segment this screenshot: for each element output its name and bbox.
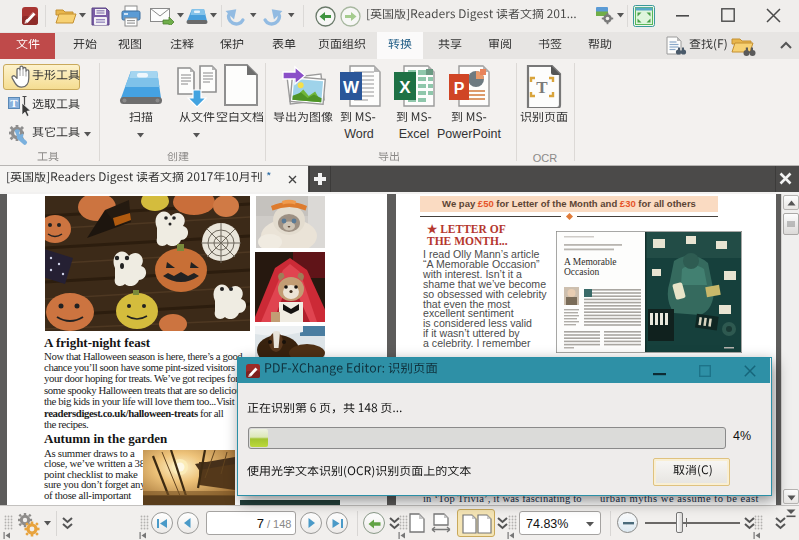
svg-text:Occasion: Occasion [564,267,600,277]
svg-text:W: W [343,78,360,97]
svg-text:T: T [536,78,548,97]
svg-text:A Memorable: A Memorable [564,257,617,267]
svg-text:P: P [454,80,465,97]
svg-text:T: T [10,97,18,109]
svg-text:X: X [399,78,411,97]
